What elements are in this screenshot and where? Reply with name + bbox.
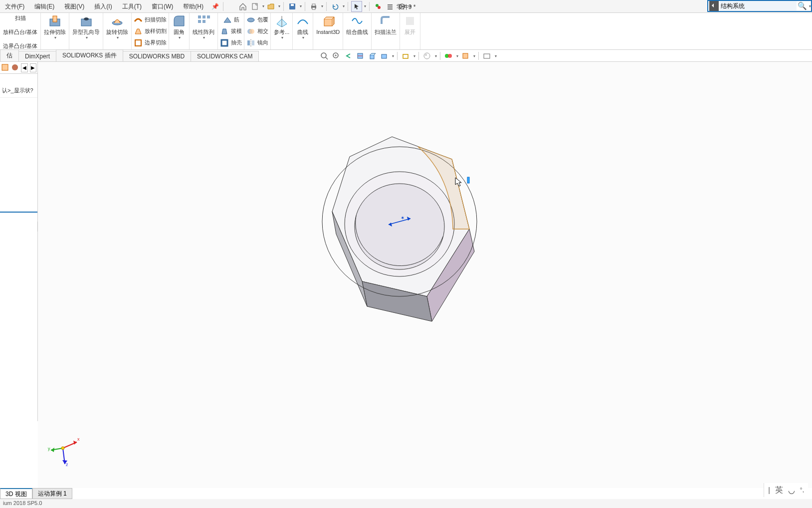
svg-point-56: [355, 184, 444, 269]
tab-cam[interactable]: SOLIDWORKS CAM: [191, 51, 259, 61]
swept-cut-icon: [134, 15, 143, 24]
new-icon[interactable]: [249, 1, 260, 12]
hole-wizard-icon: [79, 14, 93, 28]
ribbon-loft-cut[interactable]: 放样切割: [134, 25, 167, 37]
menu-edit[interactable]: 编辑(E): [29, 0, 59, 13]
next-icon[interactable]: ▶: [30, 63, 37, 72]
ribbon-fillet[interactable]: 圆角▾: [169, 13, 190, 49]
menu-help[interactable]: 帮助(H): [178, 0, 208, 13]
svg-rect-9: [388, 6, 393, 7]
heads-up-toolbar: ▾ ▾ ▾ ▾ ▾ ▾: [319, 51, 497, 61]
svg-point-35: [321, 53, 326, 58]
rebuild-icon[interactable]: [373, 1, 384, 12]
svg-rect-51: [2, 64, 8, 70]
search-icon[interactable]: 🔍: [797, 1, 808, 10]
ribbon-ref-geometry[interactable]: 参考...▾: [271, 13, 293, 49]
tab-addins[interactable]: SOLIDWORKS 插件: [56, 49, 123, 61]
display-style-icon[interactable]: [379, 51, 389, 61]
ime-mode-icon[interactable]: |: [768, 486, 770, 494]
tab-3d-view[interactable]: 3D 视图: [0, 488, 32, 499]
config-tab-icon[interactable]: [11, 63, 19, 72]
loft-cut-icon: [134, 27, 143, 36]
hide-show-icon[interactable]: [401, 51, 410, 61]
section-view-icon[interactable]: [355, 51, 365, 61]
edit-appearance-icon[interactable]: [422, 51, 432, 61]
ribbon-composite-curve[interactable]: 组合曲线: [343, 13, 372, 49]
menu-file[interactable]: 文件(F): [0, 0, 29, 13]
ribbon-wrap[interactable]: 包覆: [246, 14, 268, 25]
ribbon-curves[interactable]: 曲线▾: [293, 13, 313, 49]
ime-lang[interactable]: 英: [775, 485, 783, 496]
tab-mbd[interactable]: SOLIDWORKS MBD: [123, 51, 191, 61]
ribbon-extrude-cut[interactable]: 拉伸切除▾: [41, 13, 69, 49]
options-icon[interactable]: [385, 1, 396, 12]
svg-rect-23: [198, 20, 201, 23]
ribbon-draft[interactable]: 拔模: [220, 25, 242, 37]
viewport-icon[interactable]: [482, 51, 492, 61]
feature-tree-rollback-bar[interactable]: [0, 212, 37, 213]
menu-insert[interactable]: 插入(I): [89, 0, 117, 13]
svg-rect-44: [403, 54, 408, 58]
ribbon-swept-flange[interactable]: 扫描法兰: [372, 13, 400, 49]
svg-rect-49: [463, 53, 468, 58]
ime-shape-icon[interactable]: ◡: [788, 486, 795, 495]
ribbon-shell[interactable]: 抽壳: [220, 37, 242, 48]
prev-view-icon[interactable]: [343, 51, 353, 61]
ribbon-swept-cut[interactable]: 扫描切除: [134, 14, 167, 25]
ribbon-instant3d[interactable]: Instant3D: [313, 13, 343, 49]
svg-rect-10: [388, 8, 393, 9]
svg-text:z: z: [66, 462, 68, 467]
config-display-state[interactable]: 认>_显示状?: [0, 84, 37, 98]
search-input[interactable]: [720, 1, 797, 10]
ribbon-linear-pattern[interactable]: 线性阵列▾: [190, 13, 218, 49]
bottom-tabs: 3D 视图 运动算例 1: [0, 488, 72, 499]
zoom-area-icon[interactable]: [331, 51, 341, 61]
ribbon-intersect[interactable]: 相交: [246, 25, 268, 37]
menu-view[interactable]: 视图(V): [59, 0, 89, 13]
mouse-cursor: [454, 177, 470, 189]
print-icon[interactable]: [308, 1, 319, 12]
model-hex-nut[interactable]: ✶: [302, 132, 502, 341]
save-icon[interactable]: [287, 1, 298, 12]
menu-window[interactable]: 窗口(W): [147, 0, 178, 13]
status-bar: ium 2018 SP5.0: [0, 499, 812, 508]
svg-text:y: y: [48, 446, 50, 451]
panel-tab-strip: ◀ ▶: [0, 62, 37, 74]
command-search-icon[interactable]: [709, 1, 719, 11]
mirror-icon: [246, 38, 255, 47]
pin-icon[interactable]: 📌: [211, 3, 219, 10]
home-icon[interactable]: [237, 1, 248, 12]
prev-icon[interactable]: ◀: [21, 63, 28, 72]
pattern-icon: [197, 14, 210, 28]
ribbon-boundary-cut[interactable]: 边界切除: [134, 37, 167, 48]
undo-icon[interactable]: [330, 1, 341, 12]
ribbon-hole-wizard[interactable]: 异型孔向导▾: [69, 13, 103, 49]
open-icon[interactable]: [265, 1, 276, 12]
tab-dimxpert[interactable]: DimXpert: [18, 51, 56, 61]
view-orient-icon[interactable]: [367, 51, 377, 61]
ime-punct-icon[interactable]: °,: [800, 487, 804, 494]
ribbon-expand: 展开: [400, 13, 420, 49]
apply-scene-icon[interactable]: [443, 51, 453, 61]
tab-motion-study[interactable]: 运动算例 1: [32, 488, 72, 499]
tab-evaluate[interactable]: 估: [0, 49, 19, 61]
graphics-viewport[interactable]: ✶ x y z: [38, 62, 812, 488]
composite-curve-icon: [350, 14, 364, 28]
svg-point-66: [61, 447, 64, 450]
ribbon-mirror[interactable]: 镜向: [246, 37, 268, 48]
svg-text:✶: ✶: [401, 215, 405, 221]
svg-point-26: [247, 18, 254, 22]
orientation-triad[interactable]: x y z: [48, 433, 83, 468]
svg-rect-15: [53, 16, 57, 22]
zoom-fit-icon[interactable]: [319, 51, 329, 61]
ribbon-boss-features[interactable]: 扫描 放样凸台/基体 边界凸台/基体: [0, 13, 41, 49]
menu-tools[interactable]: 工具(T): [117, 0, 147, 13]
svg-rect-2: [291, 4, 294, 6]
feature-tree-tab-icon[interactable]: [1, 63, 9, 72]
document-title: 零件9 *: [397, 3, 416, 11]
ribbon-rib[interactable]: 筋: [223, 14, 239, 25]
svg-point-45: [424, 53, 430, 59]
ribbon-revolve-cut[interactable]: 旋转切除▾: [103, 13, 132, 49]
view-settings-icon[interactable]: [460, 51, 470, 61]
select-icon[interactable]: [351, 1, 362, 12]
